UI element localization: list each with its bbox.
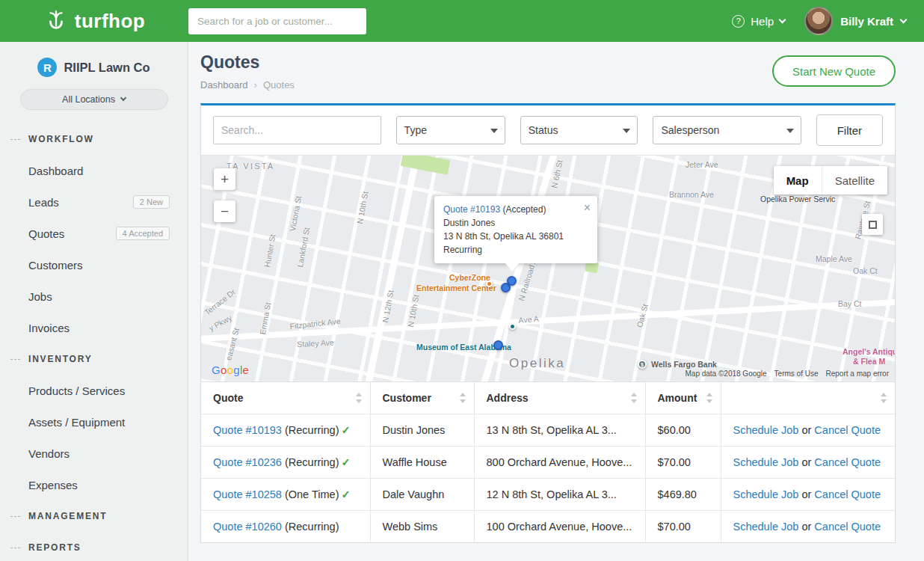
help-label: Help (751, 15, 774, 28)
map-marker[interactable] (507, 276, 517, 286)
customer-cell: Webb Sims (370, 511, 474, 543)
map-data-credit: Map data ©2018 Google (685, 370, 766, 378)
quote-link[interactable]: Quote #10258 (213, 488, 282, 500)
sidebar-item-assets-equipment[interactable]: Assets / Equipment (0, 406, 188, 438)
zoom-out-button[interactable]: − (214, 200, 235, 222)
schedule-job-link[interactable]: Schedule Job (733, 424, 799, 436)
table-row: Quote #10236 (Recurring)✓ Waffle House 8… (201, 447, 895, 479)
sidebar-item-leads[interactable]: Leads2 New (0, 186, 188, 218)
map[interactable]: TA VISTAJeter AveBrannon AveOpelika Powe… (201, 155, 895, 382)
map-marker[interactable] (509, 323, 516, 330)
map-marker[interactable]: $ (638, 360, 647, 369)
sort-icon[interactable] (631, 393, 638, 403)
help-icon: ? (732, 15, 745, 28)
header-actions (721, 382, 895, 414)
zoom-in-button[interactable]: + (214, 168, 235, 190)
quote-link[interactable]: Quote #10260 (213, 521, 282, 533)
breadcrumb-separator: › (254, 79, 257, 91)
customer-cell: Dustin Jones (370, 414, 474, 447)
schedule-job-link[interactable]: Schedule Job (733, 488, 799, 500)
quotes-table: Quote Customer Address Amount Quote #101… (201, 382, 895, 542)
status-select[interactable]: Status (520, 116, 638, 144)
address-cell: 12 N 8th St, Opelika AL 3... (474, 479, 645, 511)
map-type-satellite-button[interactable]: Satellite (822, 166, 887, 194)
quote-link[interactable]: Quote #10236 (213, 456, 282, 468)
locations-dropdown[interactable]: All Locations (20, 89, 168, 110)
user-menu[interactable]: Billy Kraft (804, 7, 906, 35)
section-dash-icon (10, 516, 20, 517)
section-management[interactable]: MANAGEMENT (0, 500, 188, 532)
accepted-check-icon: ✓ (341, 488, 350, 500)
table-row: Quote #10260 (Recurring) Webb Sims 100 O… (201, 511, 895, 543)
address-cell: 800 Orchard Avenue, Hoove... (474, 447, 645, 479)
shell: R RIIPL Lawn Co All Locations WORKFLOW D… (0, 42, 924, 561)
sidebar-item-jobs[interactable]: Jobs (0, 280, 188, 312)
salesperson-select[interactable]: Salesperson (653, 116, 801, 144)
address-cell: 100 Orchard Avenue, Hoove... (474, 511, 645, 543)
avatar (804, 7, 833, 35)
sidebar-item-products-services[interactable]: Products / Services (0, 375, 188, 406)
table-header-row: Quote Customer Address Amount (201, 382, 895, 414)
section-reports[interactable]: REPORTS (0, 532, 188, 561)
company-name: RIIPL Lawn Co (64, 61, 150, 75)
map-infowindow: × Quote #10193 (Accepted) Dustin Jones 1… (434, 196, 597, 263)
map-type-map-button[interactable]: Map (774, 166, 822, 194)
topbar-right: ? Help Billy Kraft (732, 7, 924, 35)
cancel-quote-link[interactable]: Cancel Quote (814, 521, 881, 533)
customer-cell: Dale Vaughn (370, 479, 474, 511)
amount-cell: $70.00 (645, 511, 721, 543)
help-menu[interactable]: ? Help (732, 15, 785, 28)
map-type-control: Map Satellite (774, 166, 887, 194)
chevron-down-icon (120, 95, 126, 101)
sidebar-item-customers[interactable]: Customers (0, 249, 188, 280)
sort-icon[interactable] (706, 393, 713, 403)
close-icon[interactable]: × (584, 199, 591, 217)
sidebar-item-dashboard[interactable]: Dashboard (0, 155, 188, 186)
global-search-input[interactable] (188, 8, 366, 34)
app: turfhop ? Help Billy Kraft R RIIPL Lawn … (0, 0, 924, 561)
cancel-quote-link[interactable]: Cancel Quote (814, 488, 881, 500)
quotes-search-input[interactable] (213, 116, 381, 144)
leads-badge: 2 New (133, 195, 170, 209)
report-map-error-link[interactable]: Report a map error (826, 370, 889, 378)
section-dash-icon (10, 139, 20, 140)
sidebar-item-invoices[interactable]: Invoices (0, 312, 188, 343)
amount-cell: $469.80 (645, 479, 721, 511)
google-logo[interactable]: Google (212, 364, 249, 376)
sidebar-item-expenses[interactable]: Expenses (0, 469, 188, 500)
quote-link[interactable]: Quote #10193 (213, 424, 282, 436)
locations-label: All Locations (62, 94, 115, 105)
schedule-job-link[interactable]: Schedule Job (733, 456, 799, 468)
brand[interactable]: turfhop (0, 7, 188, 35)
sort-icon[interactable] (881, 393, 887, 403)
company-logo: R (37, 58, 57, 77)
chevron-down-icon (900, 16, 908, 23)
sidebar-item-quotes[interactable]: Quotes4 Accepted (0, 218, 188, 249)
map-marker[interactable] (493, 340, 503, 350)
header-address: Address (474, 382, 645, 414)
quotes-badge: 4 Accepted (116, 227, 170, 240)
header-quote: Quote (201, 382, 370, 414)
header-customer: Customer (370, 382, 474, 414)
filter-button[interactable]: Filter (816, 114, 883, 146)
cancel-quote-link[interactable]: Cancel Quote (814, 456, 881, 468)
start-new-quote-button[interactable]: Start New Quote (772, 55, 896, 87)
terms-of-use-link[interactable]: Terms of Use (774, 370, 819, 378)
accepted-check-icon: ✓ (341, 424, 350, 436)
map-marker[interactable] (486, 280, 493, 287)
sort-icon[interactable] (460, 393, 466, 403)
fullscreen-button[interactable] (862, 214, 883, 235)
sidebar-item-vendors[interactable]: Vendors (0, 438, 188, 469)
infowindow-quote-link[interactable]: Quote #10193 (443, 204, 500, 215)
infowindow-address: 13 N 8th St, Opelika AL 36801 (443, 230, 588, 243)
accepted-check-icon: ✓ (341, 456, 350, 468)
sort-icon[interactable] (356, 393, 363, 403)
amount-cell: $60.00 (645, 414, 721, 447)
quotes-card: Type Status Salesperson Filter TA VISTAJ… (200, 103, 896, 543)
schedule-job-link[interactable]: Schedule Job (733, 521, 799, 533)
type-select[interactable]: Type (396, 116, 505, 144)
turfhop-logo-icon (43, 7, 69, 35)
cancel-quote-link[interactable]: Cancel Quote (814, 424, 881, 436)
infowindow-frequency: Recurring (443, 243, 588, 257)
breadcrumb-dashboard[interactable]: Dashboard (200, 79, 248, 91)
